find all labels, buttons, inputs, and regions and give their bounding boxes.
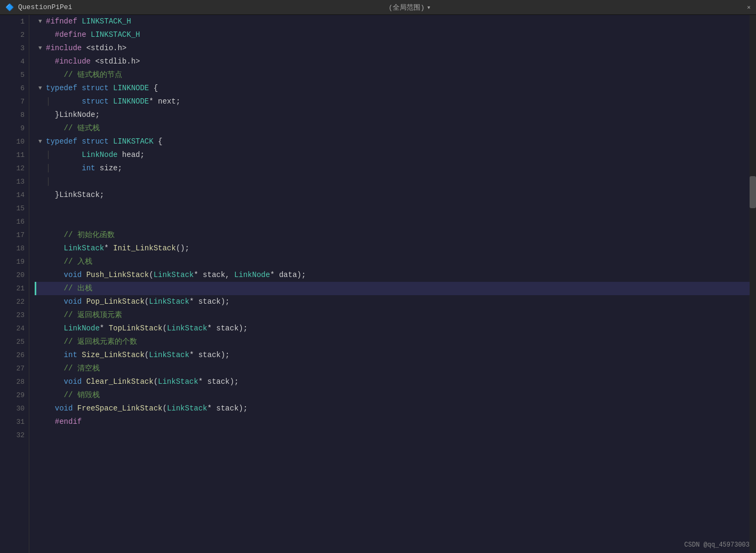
code-line: // 出栈	[35, 282, 750, 295]
line-spacer	[35, 389, 36, 402]
line-spacer	[35, 175, 36, 188]
code-line: // 初始化函数	[35, 228, 750, 242]
indent	[46, 282, 64, 295]
line-number: 28	[4, 375, 25, 389]
line-number: 15	[4, 202, 25, 215]
line-spacer	[35, 122, 36, 135]
token-preproc: #define	[55, 28, 91, 42]
token-def: LinkStack	[158, 375, 198, 389]
line-spacer	[35, 68, 36, 82]
token-def: LinkStack	[154, 268, 194, 282]
code-line: }LinkStack;	[35, 188, 750, 202]
line-spacer	[35, 202, 36, 215]
indent	[46, 188, 55, 202]
indent	[46, 322, 64, 335]
token-comment: // 入栈	[64, 255, 92, 268]
indent: │	[46, 162, 64, 175]
line-number: 25	[4, 335, 25, 349]
token-func: FreeSpace_LinkStack	[77, 402, 163, 415]
line-number: 2	[4, 28, 25, 42]
code-area[interactable]: ▼#ifndef LINKSTACK_H #define LINKSTACK_H…	[29, 15, 750, 553]
app-name: QuestionPiPei	[18, 3, 72, 11]
line-number: 24	[4, 322, 25, 335]
line-spacer	[35, 135, 36, 148]
token-def: LinkStack	[64, 242, 105, 255]
fold-icon[interactable]: ▼	[38, 15, 46, 28]
line-number: 32	[4, 429, 25, 442]
line-number: 4	[4, 55, 25, 68]
token-white: (	[149, 268, 153, 282]
line-spacer	[35, 429, 36, 442]
token-kw: typedef	[46, 82, 82, 95]
token-def: LINKSTACK_H	[91, 28, 140, 42]
token-white: }LinkNode;	[55, 108, 100, 122]
token-white: (	[145, 295, 149, 309]
code-line: int Size_LinkStack(LinkStack* stack);	[35, 349, 750, 362]
line-spacer	[35, 108, 36, 122]
token-comment: // 销毁栈	[64, 389, 100, 402]
indent: │	[46, 148, 64, 162]
token-kw: struct	[82, 82, 113, 95]
line-spacer	[35, 415, 36, 429]
fold-icon[interactable]: ▼	[38, 82, 46, 95]
token-def: LinkStack	[167, 402, 208, 415]
line-spacer	[35, 268, 36, 282]
indent	[46, 375, 64, 389]
code-line: // 链式栈	[35, 122, 750, 135]
code-line	[35, 215, 750, 228]
line-spacer	[35, 255, 36, 268]
line-spacer	[35, 295, 36, 309]
token-white: * stack);	[208, 402, 248, 415]
line-spacer	[35, 28, 36, 42]
fold-icon[interactable]: ▼	[38, 135, 46, 148]
indent	[46, 402, 55, 415]
token-kw: void	[64, 375, 86, 389]
code-line: // 返回栈顶元素	[35, 309, 750, 322]
scope-dropdown[interactable]: (全局范围) ▾	[388, 3, 431, 12]
editor: 1234567891011121314151617181920212223242…	[0, 15, 756, 553]
line-number: 9	[4, 122, 25, 135]
token-white: * stack);	[189, 349, 230, 362]
line-number: 31	[4, 415, 25, 429]
line-number: 21	[4, 282, 25, 295]
code-line: ▼#ifndef LINKSTACK_H	[35, 15, 750, 28]
token-func: TopLinkStack	[109, 322, 163, 335]
fold-icon[interactable]: ▼	[38, 42, 46, 55]
indent	[46, 335, 64, 349]
scrollbar[interactable]	[750, 15, 756, 553]
line-spacer	[35, 82, 36, 95]
line-spacer	[35, 15, 36, 28]
token-kw: int	[64, 162, 100, 175]
indent	[46, 295, 64, 309]
code-line: LinkNode* TopLinkStack(LinkStack* stack)…	[35, 322, 750, 335]
line-spacer	[35, 228, 36, 242]
line-spacer	[35, 349, 36, 362]
indent	[46, 122, 64, 135]
indent	[46, 55, 55, 68]
token-def: LINKSTACK	[113, 135, 158, 148]
token-comment: // 出栈	[64, 282, 92, 295]
code-line: │ int size;	[35, 162, 750, 175]
line-number: 26	[4, 349, 25, 362]
code-line: }LinkNode;	[35, 108, 750, 122]
line-number: 12	[4, 162, 25, 175]
token-def: LinkNode	[234, 268, 270, 282]
line-spacer	[35, 402, 36, 415]
code-line: LinkStack* Init_LinkStack();	[35, 242, 750, 255]
token-white: * stack);	[198, 375, 239, 389]
indent	[46, 415, 55, 429]
indent	[46, 389, 64, 402]
token-comment: // 链式栈	[64, 122, 100, 135]
code-line: #endif	[35, 415, 750, 429]
indent	[46, 228, 64, 242]
code-line: // 销毁栈	[35, 389, 750, 402]
title-bar: 🔷 QuestionPiPei (全局范围) ▾ ✕	[0, 0, 756, 15]
token-def: LinkNode	[64, 322, 100, 335]
line-number: 11	[4, 148, 25, 162]
token-white: (	[162, 322, 166, 335]
token-white: head;	[122, 148, 145, 162]
line-number: 13	[4, 175, 25, 188]
token-kw: struct	[82, 135, 113, 148]
scrollbar-thumb[interactable]	[750, 176, 756, 208]
indent	[46, 309, 64, 322]
